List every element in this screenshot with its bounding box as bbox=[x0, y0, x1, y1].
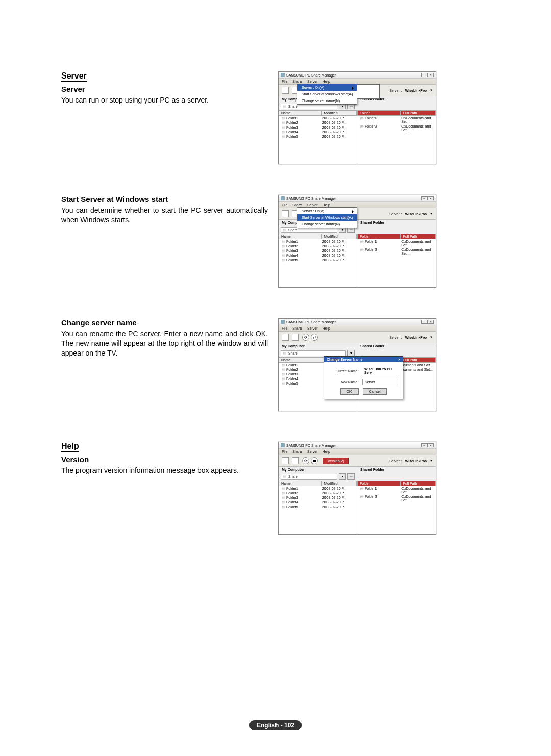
server-name: WiseLinkPro bbox=[405, 336, 427, 339]
col-name[interactable]: Name bbox=[279, 481, 321, 486]
toolbar-icon-1[interactable] bbox=[282, 87, 289, 94]
folder-list[interactable]: Folder12008-02-20 P... Folder22008-02-20… bbox=[279, 116, 357, 164]
version-desc: The program version information message … bbox=[61, 466, 268, 475]
toolbar-icon-1[interactable] bbox=[282, 210, 289, 217]
server-menu-startws[interactable]: Start Server at Windows start(A) bbox=[297, 214, 357, 221]
app-icon bbox=[281, 196, 285, 200]
refresh-icon[interactable]: ⟳ bbox=[302, 457, 309, 464]
col-modified[interactable]: Modified bbox=[321, 234, 357, 239]
close-icon[interactable]: × bbox=[428, 443, 434, 447]
screenshot-version: SAMSUNG PC Share Manager –× File Share S… bbox=[278, 442, 436, 535]
menu-file[interactable]: File bbox=[282, 450, 287, 453]
menu-share[interactable]: Share bbox=[292, 203, 302, 207]
close-icon[interactable]: × bbox=[428, 320, 434, 324]
cancel-button[interactable]: Cancel bbox=[363, 388, 387, 395]
toolbar-icon-2[interactable] bbox=[292, 457, 299, 464]
menu-help[interactable]: Help bbox=[323, 203, 330, 207]
menu-server[interactable]: Server bbox=[307, 450, 318, 453]
menu-server[interactable]: Server bbox=[307, 326, 318, 330]
help-heading: Help bbox=[61, 442, 79, 452]
current-name-value: WiseLinkPro PC Serv bbox=[362, 366, 398, 375]
share-icon[interactable]: ⇄ bbox=[311, 334, 318, 341]
help-menu-version[interactable]: Version(V) bbox=[323, 458, 349, 464]
new-name-input[interactable]: Server bbox=[362, 379, 398, 385]
breadcrumb[interactable]: Share bbox=[281, 474, 337, 480]
shared-folder-header: Shared Folder bbox=[357, 220, 436, 225]
breadcrumb[interactable]: Share bbox=[281, 350, 346, 356]
rename-desc: You can rename the PC server. Enter a ne… bbox=[61, 329, 268, 358]
window-title: SAMSUNG PC Share Manager bbox=[286, 73, 336, 77]
col-name[interactable]: Name bbox=[279, 110, 321, 116]
dialog-close-icon[interactable]: × bbox=[398, 358, 400, 361]
col-name[interactable]: Name bbox=[279, 234, 321, 239]
shared-list[interactable]: Folder1C:\Documents and Set... Folder2C:… bbox=[357, 239, 436, 287]
server-dropdown[interactable]: Server : On(V) Start Server at Windows s… bbox=[297, 207, 357, 228]
col-folder[interactable]: Folder bbox=[357, 110, 400, 116]
screenshot-startws: SAMSUNG PC Share Manager –× File Share S… bbox=[278, 195, 436, 288]
server-sub-on[interactable]: On(Y) bbox=[357, 85, 379, 92]
folder-list[interactable]: Folder12008-02-20 P... Folder22008-02-20… bbox=[279, 239, 357, 287]
menu-file[interactable]: File bbox=[282, 203, 287, 207]
col-fullpath[interactable]: Full Path bbox=[400, 234, 436, 239]
menu-share[interactable]: Share bbox=[292, 326, 302, 330]
server-label: Server : bbox=[389, 459, 402, 463]
menu-file[interactable]: File bbox=[282, 326, 287, 330]
server-menu-rename[interactable]: Change server name(N) bbox=[297, 97, 357, 104]
col-modified[interactable]: Modified bbox=[321, 481, 357, 486]
shared-list[interactable]: Folder1C:\Documents and Set... Folder2C:… bbox=[357, 486, 436, 534]
folder-list[interactable]: Folder12008-02-20 P... Folder22008-02-20… bbox=[279, 486, 357, 534]
go-button[interactable]: ⇨ bbox=[347, 473, 355, 480]
col-folder[interactable]: Folder bbox=[357, 481, 400, 486]
window-title: SAMSUNG PC Share Manager bbox=[286, 320, 336, 324]
app-icon bbox=[281, 73, 285, 77]
server-desc: You can run or stop using your PC as a s… bbox=[61, 95, 268, 105]
dropdown-button[interactable]: ▾ bbox=[347, 350, 355, 356]
server-submenu[interactable]: On(Y) Off(N) bbox=[357, 84, 380, 99]
share-icon[interactable]: ⇄ bbox=[311, 457, 318, 464]
shared-list[interactable]: Folder1C:\Documents and Set... Folder2C:… bbox=[357, 116, 436, 164]
window-controls[interactable]: –× bbox=[421, 320, 434, 324]
col-folder[interactable]: Folder bbox=[357, 234, 400, 239]
col-fullpath[interactable]: Full Path bbox=[400, 481, 436, 486]
server-menu-server-on[interactable]: Server : On(V) bbox=[297, 208, 357, 214]
new-name-label: New Name : bbox=[329, 380, 359, 384]
close-icon[interactable]: × bbox=[428, 196, 434, 200]
col-modified[interactable]: Modified bbox=[321, 110, 357, 116]
toolbar-icon-1[interactable] bbox=[282, 457, 289, 464]
menu-server[interactable]: Server bbox=[307, 203, 318, 207]
app-icon bbox=[281, 443, 285, 447]
menu-server[interactable]: Server bbox=[307, 80, 318, 83]
window-controls[interactable]: –× bbox=[421, 196, 434, 200]
page-footer: English - 102 bbox=[249, 720, 302, 730]
minimize-icon[interactable]: – bbox=[421, 73, 428, 77]
server-dropdown[interactable]: Server : On(V) On(Y) Off(N) Start Server… bbox=[297, 84, 357, 105]
my-computer-header: My Computer bbox=[279, 467, 357, 472]
toolbar-icon-1[interactable] bbox=[282, 334, 289, 341]
server-heading: Server bbox=[61, 71, 87, 82]
refresh-icon[interactable]: ⟳ bbox=[302, 334, 309, 341]
change-server-name-dialog[interactable]: Change Server Name× Current Name : WiseL… bbox=[324, 356, 403, 399]
window-controls[interactable]: –× bbox=[421, 443, 434, 447]
ok-button[interactable]: OK bbox=[340, 388, 359, 395]
startws-desc: You can determine whether to start the P… bbox=[61, 206, 268, 225]
col-fullpath[interactable]: Full Path bbox=[400, 110, 436, 116]
menu-help[interactable]: Help bbox=[323, 450, 330, 453]
dropdown-button[interactable]: ▾ bbox=[339, 473, 346, 480]
minimize-icon[interactable]: – bbox=[421, 320, 428, 324]
menu-share[interactable]: Share bbox=[292, 450, 302, 453]
server-name: WiseLinkPro bbox=[405, 459, 427, 463]
menu-help[interactable]: Help bbox=[323, 326, 330, 330]
menu-share[interactable]: Share bbox=[292, 80, 302, 83]
server-menu-startws[interactable]: Start Server at Windows start(A) bbox=[297, 91, 357, 97]
menu-help[interactable]: Help bbox=[323, 80, 330, 83]
server-menu-server-on[interactable]: Server : On(V) On(Y) Off(N) bbox=[297, 84, 357, 91]
server-menu-rename[interactable]: Change server name(N) bbox=[297, 221, 357, 228]
minimize-icon[interactable]: – bbox=[421, 196, 428, 200]
window-controls[interactable]: –× bbox=[421, 73, 434, 77]
toolbar-icon-2[interactable] bbox=[292, 334, 299, 341]
menu-file[interactable]: File bbox=[282, 80, 287, 83]
server-sub-off[interactable]: Off(N) bbox=[357, 92, 379, 98]
minimize-icon[interactable]: – bbox=[421, 443, 428, 447]
col-fullpath[interactable]: Full Path bbox=[400, 357, 436, 363]
close-icon[interactable]: × bbox=[428, 73, 434, 77]
